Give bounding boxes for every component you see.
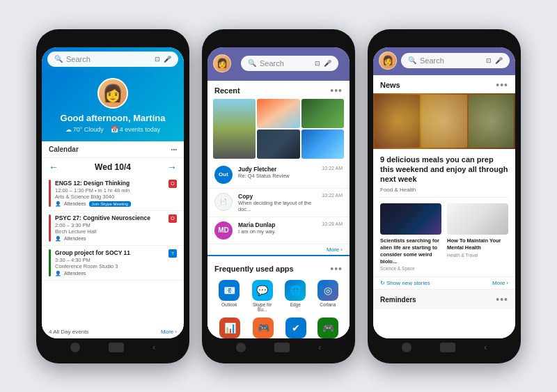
avatar-2[interactable]: 👩 xyxy=(213,54,231,72)
home-recent-1[interactable]: ‹ xyxy=(152,343,155,352)
phone1-header: 🔍 Search ⊡ 🎤 👩 Good afternoon, Martina ☁… xyxy=(42,47,184,141)
email-item-1[interactable]: Out Judy Fletcher Re: Q4 Status Review 1… xyxy=(207,162,350,189)
email-avatar-maria: MD xyxy=(214,221,233,240)
email-item-2[interactable]: 📄 Copy When deciding the layout of the d… xyxy=(207,189,350,217)
attendees-icon-1: 👤 xyxy=(55,201,61,207)
expand-icon-3: ⊡ xyxy=(486,57,492,64)
app-powerpoint[interactable]: 📊 PowerPoint xyxy=(219,317,241,338)
refresh-icon: ↻ xyxy=(380,280,385,286)
home-home-2[interactable] xyxy=(274,343,290,352)
app-outlook[interactable]: 📧 Outlook xyxy=(219,280,240,312)
home-back-2[interactable] xyxy=(236,343,246,352)
home-back-3[interactable] xyxy=(402,343,411,352)
email-content-3: Maria Dunlap I am on my way. xyxy=(238,221,316,235)
email-sender-1: Judy Fletcher xyxy=(238,166,316,173)
reminders-more-dots[interactable]: ••• xyxy=(496,294,508,305)
event-time-3: 3:30 – 4:30 PM xyxy=(55,257,164,263)
recent-more-dots[interactable]: ••• xyxy=(330,85,343,96)
news-card-1[interactable]: Scientists searching for alien life are … xyxy=(380,203,441,271)
event-location-3: Conference Room Studio 3 xyxy=(55,263,164,269)
photo-green[interactable] xyxy=(301,99,344,128)
events-info: 📅 4 events today xyxy=(111,126,161,133)
weather-events: ☁ 70° Cloudy 📅 4 events today xyxy=(65,126,161,133)
app-cortana[interactable]: ◎ Cortana xyxy=(317,280,338,312)
email-item-3[interactable]: MD Maria Dunlap I am on my way. 10:28 AM xyxy=(207,217,350,244)
apps-row-1: 📧 Outlook 💬 Skype for Bu... 🌐 Edge xyxy=(207,277,350,315)
home-home-1[interactable] xyxy=(109,343,124,352)
search-bar-3[interactable]: 🔍 Search ⊡ 🎤 xyxy=(401,53,510,68)
email-avatar-copy: 📄 xyxy=(214,193,233,211)
more-link-2[interactable]: More › xyxy=(327,246,343,253)
phone-3-screen: 👩 🔍 Search ⊡ 🎤 News ••• xyxy=(373,47,515,338)
search-icon-3: 🔍 xyxy=(408,56,416,64)
recent-header: Recent ••• xyxy=(207,81,350,99)
home-back-1[interactable] xyxy=(70,343,80,352)
attendees-label-2: Attendees xyxy=(64,236,86,241)
office-icon-1: O xyxy=(168,180,177,188)
phone3-top-bar: 👩 🔍 Search ⊡ 🎤 xyxy=(373,47,515,70)
email-time-2: 10:22 AM xyxy=(322,193,343,198)
app-mixer[interactable]: 🎮 Mixer Create xyxy=(252,317,274,338)
cal-next-btn[interactable]: → xyxy=(167,162,177,173)
home-recent-3[interactable]: ‹ xyxy=(484,343,487,352)
recent-section: Recent ••• Out Judy Fletcher Re: Q xyxy=(207,81,350,338)
food-mosaic xyxy=(373,93,515,149)
search-bar-1[interactable]: 🔍 Search ⊡ 🎤 xyxy=(47,52,178,67)
photo-dark[interactable] xyxy=(257,130,299,159)
news-more-dots[interactable]: ••• xyxy=(496,79,508,91)
avatar-face-1: 👩 xyxy=(102,84,123,103)
event-item-3: Group project for SOCY 11 3:30 – 4:30 PM… xyxy=(42,246,184,281)
photo-grid xyxy=(213,99,344,159)
news-card-2[interactable]: How To Maintain Your Mental Health Healt… xyxy=(447,203,508,271)
phone-notch-1 xyxy=(92,38,134,43)
avatar-3[interactable]: 👩 xyxy=(379,52,397,70)
phone-notch-3 xyxy=(423,38,465,43)
home-home-3[interactable] xyxy=(440,343,455,352)
outlook-icon: 📧 xyxy=(219,280,240,301)
email-content-1: Judy Fletcher Re: Q4 Status Review xyxy=(238,166,316,179)
home-recent-2[interactable]: ‹ xyxy=(318,343,321,352)
event-bar-3 xyxy=(49,249,51,276)
event-title-1: ENGS 12: Design Thinking xyxy=(55,180,164,187)
news-footer: ↻ Show new stories More › xyxy=(373,276,515,289)
app-xbox[interactable]: 🎮 Xbox xyxy=(317,317,338,338)
news-more-chevron: › xyxy=(506,280,508,286)
reminders-section: Reminders ••• xyxy=(373,289,515,309)
search-bar-2[interactable]: 🔍 Search ⊡ 🎤 xyxy=(241,56,338,71)
calendar-more-link[interactable]: More › xyxy=(161,329,177,335)
email-sender-3: Maria Dunlap xyxy=(238,221,316,228)
calendar-footer: 4 All Day events More › xyxy=(42,325,184,338)
show-stories-btn[interactable]: ↻ Show new stories xyxy=(380,280,430,286)
news-more-link[interactable]: More › xyxy=(492,280,508,286)
photo-ocean[interactable] xyxy=(301,130,344,159)
cal-prev-btn[interactable]: ← xyxy=(49,162,58,173)
app-todo[interactable]: ✔ To-Do xyxy=(285,317,306,338)
apps-more-dots[interactable]: ••• xyxy=(330,263,343,274)
news-card-title-2: How To Maintain Your Mental Health xyxy=(447,237,508,251)
attendees-icon-3: 👤 xyxy=(55,271,61,276)
news-cards-container: Scientists searching for alien life are … xyxy=(373,198,515,276)
news-card-cat-1: Science & Space xyxy=(380,266,441,271)
attendees-label-3: Attendees xyxy=(64,271,86,276)
join-skype-btn[interactable]: Join Skype Meeting xyxy=(89,201,131,207)
teams-icon-3: T xyxy=(168,249,177,258)
news-card-title-1: Scientists searching for alien life are … xyxy=(380,237,441,265)
greeting-text: Good afternoon, Martina xyxy=(61,113,166,123)
more-chevron-2: › xyxy=(340,246,343,253)
all-day-events-link[interactable]: 4 All Day events xyxy=(49,329,88,335)
search-label-3: Search xyxy=(420,56,483,65)
calendar-more-dots[interactable]: ••• xyxy=(171,146,177,152)
expand-icon-2: ⊡ xyxy=(315,60,320,67)
app-skype[interactable]: 💬 Skype for Bu... xyxy=(251,280,274,312)
event-title-3: Group project for SOCY 11 xyxy=(55,249,164,256)
search-icon-1: 🔍 xyxy=(54,55,63,63)
more-chevron: › xyxy=(175,329,177,335)
photo-sunset[interactable] xyxy=(257,99,299,128)
news-hero-category: Food & Health xyxy=(373,187,515,197)
event-content-2: PSYC 27: Cognitive Neuroscience 2:00 – 3… xyxy=(55,214,164,242)
photo-road[interactable] xyxy=(213,99,256,159)
cortana-icon: ◎ xyxy=(317,280,338,301)
calendar-icon-sm: 📅 xyxy=(111,126,118,133)
app-edge[interactable]: 🌐 Edge xyxy=(285,280,306,312)
apps-title: Frequently used apps xyxy=(214,265,294,273)
